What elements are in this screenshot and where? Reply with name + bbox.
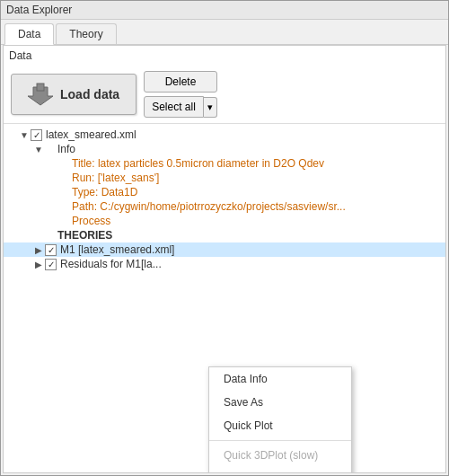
context-menu: Data Info Save As Quick Plot Quick 3DPlo… xyxy=(208,366,352,472)
info-field-text-1: Run: ['latex_sans'] xyxy=(72,172,159,184)
toolbar: Load data Delete Select all ▾ xyxy=(4,66,445,123)
tree-area: ▼ latex_smeared.xml ▼ Info Title: latex … xyxy=(4,123,445,472)
info-field-1: Run: ['latex_sans'] xyxy=(4,171,445,185)
title-bar: Data Explorer xyxy=(1,1,448,20)
section-label: Data xyxy=(4,46,445,66)
context-menu-quick-3dplot: Quick 3DPlot (slow) xyxy=(209,444,351,467)
load-data-label: Load data xyxy=(60,87,119,101)
content-area: Data Load data Delete Select all xyxy=(3,45,446,473)
context-menu-edit-mask: Edit Mask xyxy=(209,467,351,472)
right-buttons: Delete Select all ▾ xyxy=(144,71,217,118)
load-data-icon xyxy=(28,82,53,107)
theory-item-label-1: Residuals for M1[la... xyxy=(60,258,162,270)
context-menu-quick-plot[interactable]: Quick Plot xyxy=(209,414,351,437)
load-data-button[interactable]: Load data xyxy=(11,74,136,115)
info-field-4: Process xyxy=(4,214,445,228)
svg-rect-1 xyxy=(37,84,44,91)
info-expand-icon[interactable]: ▼ xyxy=(32,143,45,155)
theory-expand-icon-0[interactable]: ▶ xyxy=(32,243,45,256)
window-title: Data Explorer xyxy=(6,4,72,16)
context-menu-save-as[interactable]: Save As xyxy=(209,391,351,414)
context-menu-data-info[interactable]: Data Info xyxy=(209,367,351,391)
root-item-label: latex_smeared.xml xyxy=(46,128,136,141)
theories-text: THEORIES xyxy=(57,229,112,242)
root-checkbox[interactable] xyxy=(31,129,42,141)
data-explorer-window: Data Explorer Data Theory Data Load data… xyxy=(0,0,449,476)
info-field-text-2: Type: Data1D xyxy=(72,186,137,198)
theory-checkbox-0[interactable] xyxy=(45,244,57,256)
tab-bar: Data Theory xyxy=(1,20,448,45)
tree-root-item[interactable]: ▼ latex_smeared.xml xyxy=(4,128,445,142)
select-all-button[interactable]: Select all xyxy=(144,96,204,118)
info-field-2: Type: Data1D xyxy=(4,185,445,199)
select-all-dropdown[interactable]: ▾ xyxy=(204,97,217,118)
info-field-3: Path: C:/cygwin/home/piotrrozyczko/proje… xyxy=(4,199,445,214)
info-field-text-3: Path: C:/cygwin/home/piotrrozyczko/proje… xyxy=(72,200,346,213)
info-label: Info xyxy=(57,143,75,155)
context-menu-sep-1 xyxy=(209,440,351,441)
tab-theory[interactable]: Theory xyxy=(56,23,116,44)
info-field-text-4: Process xyxy=(72,215,110,227)
delete-button[interactable]: Delete xyxy=(144,71,217,93)
theory-item-1[interactable]: ▶ Residuals for M1[la... xyxy=(4,257,445,271)
tree-info-node[interactable]: ▼ Info xyxy=(4,142,445,156)
info-field-0: Title: latex particles 0.5micron diamete… xyxy=(4,156,445,171)
tab-data[interactable]: Data xyxy=(4,23,54,45)
theory-item-label-0: M1 [latex_smeared.xml] xyxy=(60,243,174,256)
theory-checkbox-1[interactable] xyxy=(45,259,57,270)
expand-icon[interactable]: ▼ xyxy=(18,128,31,141)
theories-label: THEORIES xyxy=(4,228,445,242)
select-all-container: Select all ▾ xyxy=(144,96,217,118)
info-field-text-0: Title: latex particles 0.5micron diamete… xyxy=(72,157,324,170)
theory-expand-icon-1[interactable]: ▶ xyxy=(32,258,45,270)
theory-item-0[interactable]: ▶ M1 [latex_smeared.xml] xyxy=(4,242,445,257)
